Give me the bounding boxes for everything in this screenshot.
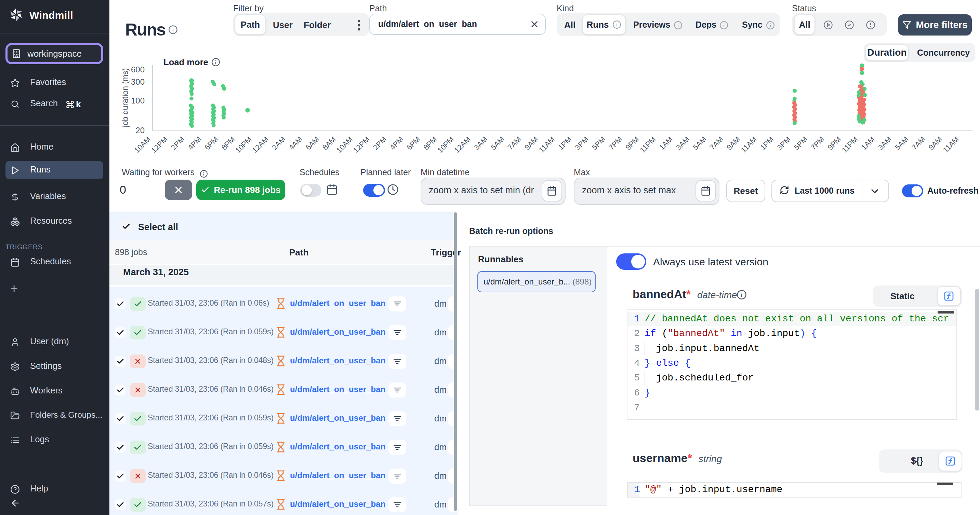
svg-text:6AM: 6AM (304, 135, 321, 152)
svg-text:3PM: 3PM (573, 135, 590, 152)
svg-text:6PM: 6PM (203, 135, 220, 152)
svg-text:11AM: 11AM (739, 135, 759, 154)
svg-text:9AM: 9AM (523, 135, 539, 152)
svg-text:11PM: 11PM (840, 135, 859, 154)
svg-text:7AM: 7AM (506, 135, 523, 152)
svg-text:1PM: 1PM (759, 135, 775, 152)
svg-text:300: 300 (131, 77, 145, 86)
svg-text:1AM: 1AM (860, 135, 877, 152)
svg-text:2AM: 2AM (270, 135, 287, 152)
svg-text:3AM: 3AM (472, 135, 489, 152)
svg-text:9AM: 9AM (725, 135, 742, 152)
svg-text:9AM: 9AM (927, 135, 944, 152)
svg-text:job duration (ms): job duration (ms) (121, 68, 130, 128)
svg-text:1AM: 1AM (657, 135, 674, 152)
svg-text:12AM: 12AM (251, 135, 270, 155)
svg-text:6PM: 6PM (405, 135, 422, 152)
svg-text:5PM: 5PM (792, 135, 809, 152)
svg-text:5AM: 5AM (489, 135, 506, 152)
svg-text:5AM: 5AM (893, 135, 910, 152)
svg-text:5PM: 5PM (590, 135, 607, 152)
svg-text:2PM: 2PM (169, 135, 186, 152)
svg-text:7PM: 7PM (809, 135, 826, 152)
svg-text:3PM: 3PM (776, 135, 792, 152)
svg-text:5AM: 5AM (691, 135, 708, 152)
svg-text:4PM: 4PM (186, 135, 203, 152)
svg-text:4AM: 4AM (287, 135, 304, 152)
svg-text:1PM: 1PM (556, 135, 573, 152)
svg-text:9PM: 9PM (826, 135, 843, 152)
svg-text:4PM: 4PM (388, 135, 405, 152)
svg-text:12AM: 12AM (453, 135, 473, 155)
svg-text:10AM: 10AM (335, 135, 355, 155)
svg-text:20: 20 (135, 126, 145, 135)
svg-text:11AM: 11AM (537, 135, 556, 154)
svg-text:12PM: 12PM (150, 135, 169, 155)
svg-text:10AM: 10AM (133, 135, 153, 155)
svg-text:3AM: 3AM (674, 135, 691, 152)
svg-text:100: 100 (131, 96, 145, 105)
svg-text:11AM: 11AM (941, 135, 961, 154)
svg-text:7PM: 7PM (607, 135, 624, 152)
svg-text:7AM: 7AM (910, 135, 927, 152)
svg-text:600: 600 (131, 65, 145, 74)
svg-text:2PM: 2PM (371, 135, 388, 152)
svg-text:7AM: 7AM (708, 135, 725, 152)
svg-text:3AM: 3AM (877, 135, 893, 152)
svg-text:12PM: 12PM (352, 135, 371, 155)
svg-text:10PM: 10PM (234, 135, 253, 155)
svg-text:10PM: 10PM (436, 135, 455, 155)
svg-text:11PM: 11PM (638, 135, 657, 154)
svg-text:9PM: 9PM (624, 135, 640, 152)
